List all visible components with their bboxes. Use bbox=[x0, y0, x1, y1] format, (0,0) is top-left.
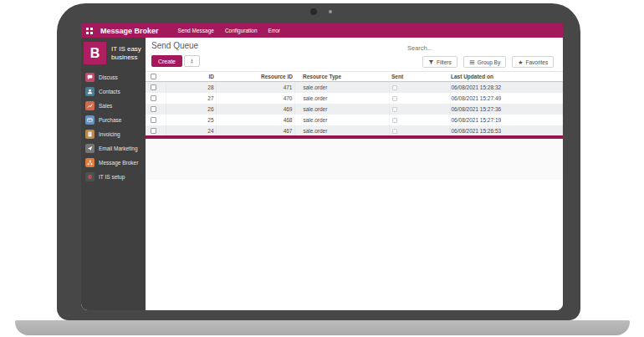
select-all-checkbox[interactable] bbox=[151, 74, 156, 79]
camera-led-icon bbox=[329, 10, 332, 13]
cell-resource-type: sale.order bbox=[294, 104, 389, 115]
menu-item-error[interactable]: Error bbox=[268, 28, 280, 33]
cell-resource-id: 471 bbox=[216, 82, 294, 93]
search-options: Filters Group By ★ Favorites bbox=[422, 56, 554, 68]
search-input[interactable] bbox=[407, 44, 533, 52]
laptop-mockup: Message Broker Send Message Configuratio… bbox=[0, 0, 644, 337]
star-icon: ★ bbox=[518, 59, 523, 65]
row-checkbox[interactable] bbox=[151, 117, 156, 123]
table-row[interactable]: 27 470 sale.order 06/08/2021 15:27:49 bbox=[146, 93, 563, 104]
sidebar-item-invoicing[interactable]: Invoicing bbox=[85, 127, 146, 141]
table-row[interactable]: 25 468 sale.order 06/08/2021 15:27:19 bbox=[146, 115, 563, 125]
cell-resource-id: 468 bbox=[216, 115, 294, 125]
list-footer-area bbox=[146, 139, 563, 180]
cell-id: 24 bbox=[166, 125, 216, 136]
table-header-row: ID Resource ID Resource Type Sent Last U… bbox=[146, 72, 563, 82]
column-header-id[interactable]: ID bbox=[166, 72, 216, 82]
row-checkbox[interactable] bbox=[151, 95, 156, 101]
cell-resource-type: sale.order bbox=[294, 115, 389, 125]
sidebar-item-contacts[interactable]: Contacts bbox=[85, 84, 146, 99]
sidebar-item-sales[interactable]: Sales bbox=[85, 99, 146, 113]
cell-last-updated: 06/08/2021 15:27:49 bbox=[450, 93, 563, 104]
export-button[interactable] bbox=[184, 55, 200, 67]
cell-last-updated: 06/08/2021 15:27:36 bbox=[450, 104, 563, 115]
discuss-icon bbox=[85, 73, 95, 82]
row-checkbox[interactable] bbox=[151, 128, 156, 134]
menu-item-configuration[interactable]: Configuration bbox=[225, 28, 258, 33]
row-checkbox[interactable] bbox=[151, 84, 156, 90]
laptop-base bbox=[15, 320, 630, 335]
top-menu: Send Message Configuration Error bbox=[178, 28, 281, 33]
filter-icon bbox=[428, 59, 434, 65]
column-header-resource-type[interactable]: Resource Type bbox=[294, 72, 389, 82]
message-broker-icon bbox=[85, 158, 95, 167]
filters-button[interactable]: Filters bbox=[422, 56, 457, 68]
logo-letter: B bbox=[84, 42, 106, 64]
contacts-icon bbox=[85, 87, 95, 96]
table-row[interactable]: 24 467 sale.order 06/08/2021 15:26:53 bbox=[146, 125, 563, 136]
purchase-icon bbox=[85, 115, 95, 125]
cell-last-updated: 06/08/2021 15:28:32 bbox=[450, 82, 563, 93]
group-by-button[interactable]: Group By bbox=[463, 56, 506, 68]
cell-resource-id: 469 bbox=[216, 104, 294, 115]
table-row[interactable]: 26 469 sale.order 06/08/2021 15:27:36 bbox=[146, 104, 563, 115]
sidebar: B IT IS easy business Discuss Contacts S… bbox=[81, 38, 146, 310]
sent-checkbox bbox=[392, 129, 397, 134]
company-logo[interactable]: B IT IS easy business bbox=[84, 42, 141, 64]
it-is-setup-icon bbox=[85, 172, 95, 181]
cell-id: 25 bbox=[166, 115, 216, 125]
column-header-sent[interactable]: Sent bbox=[389, 72, 450, 82]
table-row[interactable]: 28 471 sale.order 06/08/2021 15:28:32 bbox=[146, 82, 563, 93]
menu-item-send-message[interactable]: Send Message bbox=[178, 28, 214, 33]
cell-last-updated: 06/08/2021 15:27:19 bbox=[450, 115, 563, 125]
cell-id: 28 bbox=[166, 82, 216, 93]
sent-checkbox bbox=[392, 96, 397, 101]
cell-last-updated: 06/08/2021 15:26:53 bbox=[450, 125, 563, 136]
camera-icon bbox=[310, 8, 317, 15]
row-checkbox[interactable] bbox=[151, 106, 156, 112]
cell-resource-id: 470 bbox=[216, 93, 294, 104]
app-title: Message Broker bbox=[100, 27, 159, 35]
invoicing-icon bbox=[85, 130, 95, 139]
sidebar-item-purchase[interactable]: Purchase bbox=[85, 113, 146, 127]
cell-resource-id: 467 bbox=[216, 125, 294, 136]
sidebar-item-it-is-setup[interactable]: IT IS setup bbox=[85, 170, 146, 184]
sidebar-item-message-broker[interactable]: Message Broker bbox=[85, 156, 146, 170]
send-queue-table: ID Resource ID Resource Type Sent Last U… bbox=[146, 71, 563, 136]
sent-checkbox bbox=[392, 118, 397, 123]
sidebar-item-email-marketing[interactable]: Email Marketing bbox=[85, 141, 146, 156]
sales-icon bbox=[85, 101, 95, 110]
screen: Message Broker Send Message Configuratio… bbox=[81, 23, 563, 310]
email-marketing-icon bbox=[85, 144, 95, 153]
main-content: Send Queue Create Filters bbox=[146, 38, 563, 310]
cell-id: 27 bbox=[166, 93, 216, 104]
page-title: Send Queue bbox=[151, 41, 198, 50]
favorites-button[interactable]: ★ Favorites bbox=[512, 56, 554, 68]
cell-resource-type: sale.order bbox=[294, 125, 389, 136]
cell-id: 26 bbox=[166, 104, 216, 115]
sent-checkbox bbox=[392, 107, 397, 112]
sent-checkbox bbox=[392, 85, 397, 90]
group-by-icon bbox=[469, 59, 475, 65]
apps-grid-icon[interactable] bbox=[86, 28, 93, 34]
column-header-last-updated[interactable]: Last Updated on bbox=[450, 72, 563, 82]
sidebar-menu: Discuss Contacts Sales Purchase Invoicin… bbox=[85, 70, 146, 184]
company-name: IT IS easy business bbox=[111, 42, 141, 64]
top-navbar: Message Broker Send Message Configuratio… bbox=[81, 23, 563, 38]
create-button[interactable]: Create bbox=[151, 55, 182, 67]
cell-resource-type: sale.order bbox=[294, 82, 389, 93]
column-header-resource-id[interactable]: Resource ID bbox=[216, 72, 294, 82]
sidebar-item-discuss[interactable]: Discuss bbox=[85, 70, 146, 84]
download-icon bbox=[190, 58, 194, 64]
cell-resource-type: sale.order bbox=[294, 93, 389, 104]
